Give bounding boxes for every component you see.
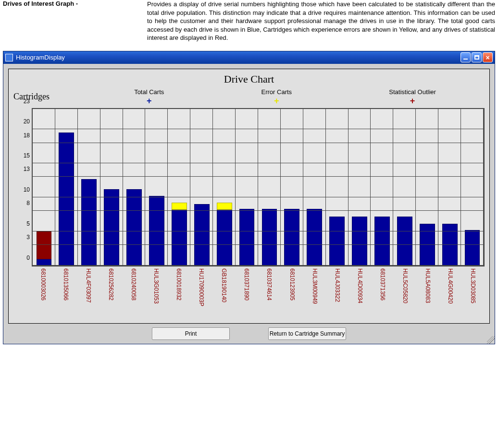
bar-slot <box>213 109 236 266</box>
x-tick-slot: HU17090003P <box>190 266 213 321</box>
bar <box>465 230 480 266</box>
y-tick-label: 23 <box>24 98 30 105</box>
return-button[interactable]: Return to Cartridge Summary <box>268 327 346 340</box>
x-tick-label: HUL3G01053 <box>153 266 160 321</box>
x-tick-slot: HUL4G00420 <box>439 266 462 321</box>
maximize-icon <box>474 55 479 60</box>
x-tick-slot: HUL3D03085 <box>462 266 485 321</box>
bar-slot <box>393 109 416 266</box>
bar-slot <box>236 109 258 266</box>
titlebar[interactable]: HistogramDisplay × <box>3 51 495 64</box>
bar-slot <box>438 109 461 266</box>
window-title: HistogramDisplay <box>16 54 460 61</box>
app-icon <box>5 54 13 61</box>
intro-block: Drives of Interest Graph - Provides a di… <box>0 0 498 51</box>
gridline <box>33 210 484 211</box>
chart-box: Drive Chart Cartridges Total Carts+Error… <box>8 69 490 324</box>
bar-seg-total <box>194 204 210 266</box>
x-tick-label: 6810371890 <box>243 266 250 321</box>
bar-slot <box>33 109 55 266</box>
bar <box>81 179 97 266</box>
bar-slot <box>371 109 394 266</box>
bar-seg-total <box>126 189 142 266</box>
bar-slot <box>326 109 349 266</box>
x-tick-slot: 6810374614 <box>258 266 281 321</box>
x-tick-label: 6810240058 <box>130 266 137 321</box>
bar-seg-total <box>239 209 255 266</box>
bar-slot <box>78 109 100 266</box>
x-tick-slot: 6810240058 <box>122 266 145 321</box>
x-tick-label: HUL4D00934 <box>357 266 363 321</box>
y-tick-label: 5 <box>26 220 30 227</box>
minimize-icon <box>463 59 468 60</box>
y-tick-label: 0 <box>26 254 30 261</box>
legend-items: Total Carts+Error Carts+Statistical Outl… <box>86 88 485 105</box>
legend-marker-icon: + <box>274 97 279 105</box>
x-tick-label: HU17090003P <box>198 266 205 321</box>
bar <box>284 209 299 266</box>
bar-slot <box>349 109 371 266</box>
client-area: Drive Chart Cartridges Total Carts+Error… <box>3 64 495 344</box>
x-tick-slot: HUL5A08083 <box>417 266 439 321</box>
bar-slot <box>416 109 438 266</box>
bar-seg-total <box>352 217 367 266</box>
y-tick-label: 3 <box>26 234 30 241</box>
gridline <box>33 176 484 177</box>
x-tick-label: HUL4G00420 <box>447 266 454 321</box>
x-tick-label: HUL3D03085 <box>470 266 476 321</box>
button-row: Print Return to Cartridge Summary <box>8 324 490 340</box>
x-tick-label: GB18190140 <box>221 266 227 321</box>
bar <box>104 189 119 266</box>
bar <box>307 209 322 266</box>
bar-seg-total <box>172 203 187 265</box>
print-button[interactable]: Print <box>152 327 230 340</box>
bar-seg-total <box>397 217 412 266</box>
gridline <box>483 109 484 266</box>
bar-seg-total <box>374 217 390 266</box>
x-tick-label: 6810256282 <box>108 266 114 321</box>
x-tick-slot: 6810123905 <box>281 266 303 321</box>
close-button[interactable]: × <box>483 52 493 62</box>
x-tick-slot: 6810003026 <box>32 266 54 321</box>
resize-grip-icon[interactable] <box>487 336 495 344</box>
x-axis: 68100030266810135066HUL4F030976810256282… <box>9 266 489 321</box>
x-tick-label: HUL4J03322 <box>334 266 341 321</box>
bar-seg-total <box>217 203 232 265</box>
bar <box>262 209 277 266</box>
bar-seg-error <box>172 203 187 209</box>
bar <box>329 217 345 266</box>
bar-slot <box>100 109 123 266</box>
bar-slot <box>168 109 190 266</box>
x-tick-slot: 6810256282 <box>100 266 122 321</box>
bar-slot <box>190 109 213 266</box>
x-tick-label: 6810003026 <box>40 266 47 321</box>
bar-slot <box>146 109 168 266</box>
gridline <box>33 197 484 197</box>
legend-marker-icon: + <box>410 97 415 105</box>
bar <box>37 231 52 266</box>
x-tick-slot: HUL4D00934 <box>349 266 371 321</box>
x-tick-label: HUL5C05820 <box>402 266 409 321</box>
x-tick-slot: HUL5C05820 <box>394 266 417 321</box>
bar-seg-total <box>59 133 74 265</box>
bar-seg-total <box>104 189 119 266</box>
bar <box>194 204 210 266</box>
maximize-button[interactable] <box>472 52 482 62</box>
bar-seg-total <box>284 209 299 266</box>
bar-seg-total <box>465 230 480 266</box>
bar-seg-error <box>217 203 232 209</box>
y-tick-label: 20 <box>24 118 30 125</box>
x-tick-slot: HUL3M00949 <box>303 266 326 321</box>
legend-label: Error Carts <box>261 88 292 96</box>
y-tick-label: 10 <box>24 186 30 193</box>
x-tick-label: 6810374614 <box>266 266 273 321</box>
y-tick-label: 13 <box>24 166 30 172</box>
plot-row: 0358101315182023 <box>9 108 489 266</box>
bar-slot <box>258 109 281 266</box>
minimize-button[interactable] <box>461 52 471 62</box>
x-tick-slot: HUL4J03322 <box>326 266 349 321</box>
x-tick-slot: 6810371890 <box>236 266 258 321</box>
intro-text: Provides a display of drive serial numbe… <box>147 0 495 42</box>
gridline <box>33 244 484 245</box>
y-tick-label: 8 <box>26 200 30 206</box>
